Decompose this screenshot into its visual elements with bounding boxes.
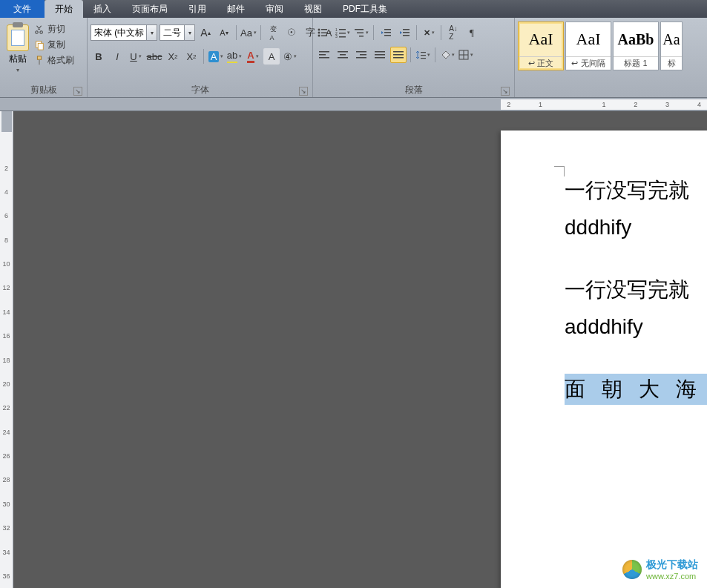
superscript-button[interactable]: X2 <box>183 48 200 65</box>
tab-review[interactable]: 审阅 <box>255 0 294 18</box>
font-color-button[interactable]: A <box>245 48 261 65</box>
change-case-button[interactable]: Aa <box>240 24 257 41</box>
tab-view[interactable]: 视图 <box>294 0 332 18</box>
paragraph-launcher[interactable]: ↘ <box>501 87 510 96</box>
align-right-button[interactable] <box>353 47 369 63</box>
cut-button[interactable]: 剪切 <box>34 23 74 36</box>
tab-mail[interactable]: 邮件 <box>217 0 255 18</box>
bold-button[interactable]: B <box>91 48 107 65</box>
tab-pdf[interactable]: PDF工具集 <box>332 0 398 18</box>
group-styles: AaI ↩ 正文 AaI ↩ 无间隔 AaBb 标题 1 Aa 标 <box>515 18 707 97</box>
svg-rect-24 <box>403 35 410 36</box>
tab-references[interactable]: 引用 <box>178 0 217 18</box>
svg-rect-42 <box>421 58 426 59</box>
text-line[interactable]: 一行没写完就 <box>565 175 707 206</box>
clipboard-icon <box>7 24 29 51</box>
shrink-font-button[interactable]: A▾ <box>216 24 232 41</box>
format-painter-button[interactable]: 格式刷 <box>34 54 74 67</box>
align-distribute-button[interactable] <box>390 47 407 63</box>
font-size-combo[interactable]: 二号▾ <box>160 24 195 41</box>
sort-button[interactable]: A↓Z <box>445 24 461 41</box>
tab-insert[interactable]: 插入 <box>83 0 122 18</box>
style-nospacing[interactable]: AaI ↩ 无间隔 <box>565 22 611 70</box>
tab-layout[interactable]: 页面布局 <box>122 0 178 18</box>
char-shading2-button[interactable]: A <box>263 48 280 65</box>
align-justify-button[interactable] <box>372 47 388 63</box>
group-clipboard: 粘贴 ▾ 剪切 复制 格式刷 剪贴板↘ <box>0 18 88 97</box>
style-preview: Aa <box>661 22 682 56</box>
increase-indent-button[interactable] <box>396 24 412 41</box>
style-normal[interactable]: AaI ↩ 正文 <box>518 22 564 70</box>
text-line[interactable]: 一行没写完就 <box>565 274 707 305</box>
watermark-url: www.xz7.com <box>646 572 698 581</box>
text-line[interactable]: adddhify <box>565 311 707 343</box>
shading-button[interactable] <box>439 47 456 63</box>
copy-button[interactable]: 复制 <box>34 39 74 51</box>
style-label: 标 <box>661 56 682 70</box>
svg-rect-25 <box>319 51 329 53</box>
pinyin-guide-button[interactable]: 变A <box>265 24 281 41</box>
font-name-combo[interactable]: 宋体 (中文标▾ <box>91 24 157 41</box>
text-line-selected[interactable]: 面朝大海 <box>565 374 707 405</box>
align-justify-icon <box>375 50 385 59</box>
group-paragraph: 123 ✕ A↓Z ¶ <box>313 18 515 97</box>
svg-rect-3 <box>39 59 40 65</box>
clipboard-launcher[interactable]: ↘ <box>73 87 82 96</box>
paste-button[interactable]: 粘贴 ▾ <box>3 20 33 73</box>
paragraph-group-label: 段落 <box>405 84 423 96</box>
style-label: 标题 1 <box>614 56 658 70</box>
decrease-indent-button[interactable] <box>378 24 394 41</box>
svg-rect-22 <box>403 29 410 30</box>
svg-rect-36 <box>375 57 385 59</box>
multilevel-button[interactable] <box>353 24 369 41</box>
document-page[interactable]: 一行没写完就 dddhify 一行没写完就 adddhify 面朝大海 <box>501 131 707 588</box>
svg-rect-27 <box>319 57 329 59</box>
style-partial[interactable]: Aa 标 <box>660 22 683 70</box>
paste-label: 粘贴 <box>9 53 27 65</box>
svg-rect-37 <box>393 51 404 53</box>
font-launcher[interactable]: ↘ <box>299 87 308 96</box>
show-marks-button[interactable]: ¶ <box>464 24 480 41</box>
cut-label: 剪切 <box>47 23 65 36</box>
svg-rect-18 <box>359 36 364 37</box>
blank-line <box>565 249 707 274</box>
strike-button[interactable]: abc <box>146 48 162 65</box>
text-line[interactable]: dddhify <box>565 212 707 243</box>
ruler-h-strip: 211234 <box>501 99 707 110</box>
bullets-button[interactable] <box>316 24 332 41</box>
svg-rect-32 <box>360 54 366 56</box>
line-spacing-button[interactable] <box>415 47 431 63</box>
subscript-button[interactable]: X2 <box>165 48 181 65</box>
svg-rect-30 <box>338 57 348 59</box>
ruler-vertical[interactable]: 24681012141618202224262830323436 <box>0 111 13 588</box>
text-direction-button[interactable]: ✕ <box>421 24 437 41</box>
margin-marker-icon <box>554 166 565 176</box>
svg-rect-29 <box>340 54 346 56</box>
tab-file[interactable]: 文件 <box>0 0 45 18</box>
borders-button[interactable] <box>458 47 474 63</box>
style-preview: AaI <box>519 22 563 56</box>
scissors-icon <box>34 24 45 35</box>
tab-home[interactable]: 开始 <box>45 0 83 18</box>
style-preview: AaBb <box>614 22 658 56</box>
grow-font-button[interactable]: A▴ <box>197 24 214 41</box>
italic-button[interactable]: I <box>109 48 125 65</box>
align-left-icon <box>319 50 329 59</box>
align-left-button[interactable] <box>316 47 332 63</box>
ruler-horizontal[interactable]: 211234 <box>0 98 707 111</box>
enclose2-button[interactable]: ④ <box>282 48 298 65</box>
align-center-button[interactable] <box>335 47 351 63</box>
text-effects-button[interactable]: A <box>208 48 224 65</box>
svg-rect-7 <box>321 33 327 34</box>
svg-rect-35 <box>375 54 385 56</box>
bucket-icon <box>440 50 450 60</box>
underline-button[interactable]: U <box>128 48 144 65</box>
highlight-button[interactable]: ab <box>226 48 243 65</box>
style-heading1[interactable]: AaBb 标题 1 <box>613 22 659 70</box>
chevron-down-icon: ▾ <box>146 25 157 40</box>
numbering-button[interactable]: 123 <box>335 24 351 41</box>
watermark-logo-icon <box>622 560 642 579</box>
separator <box>410 47 411 62</box>
char-border-button[interactable]: ☉ <box>283 24 300 41</box>
font-group-label: 字体 <box>191 84 209 96</box>
